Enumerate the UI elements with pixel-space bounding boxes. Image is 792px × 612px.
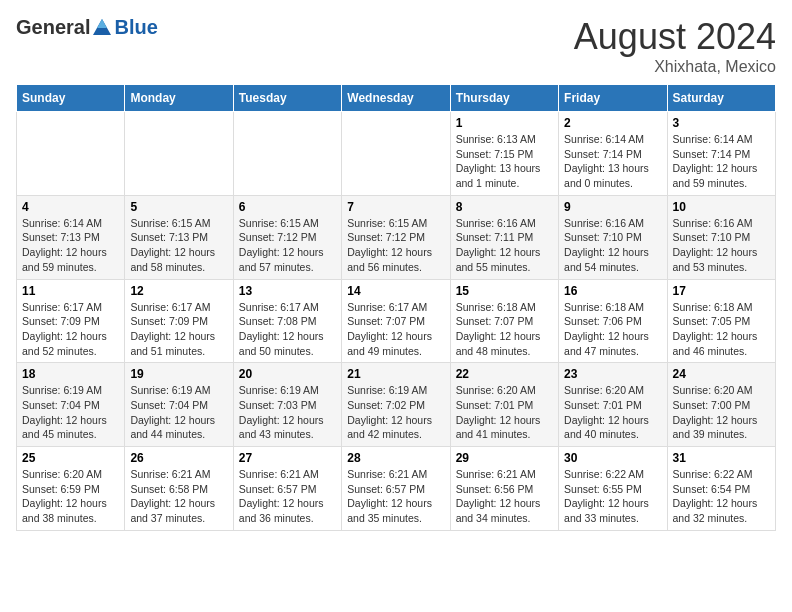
day-info: Sunrise: 6:16 AMSunset: 7:10 PMDaylight:… <box>673 217 758 273</box>
day-number: 29 <box>456 451 553 465</box>
day-info: Sunrise: 6:17 AMSunset: 7:07 PMDaylight:… <box>347 301 432 357</box>
day-number: 28 <box>347 451 444 465</box>
day-number: 19 <box>130 367 227 381</box>
table-row: 7 Sunrise: 6:15 AMSunset: 7:12 PMDayligh… <box>342 195 450 279</box>
location-subtitle: Xhixhata, Mexico <box>574 58 776 76</box>
day-info: Sunrise: 6:16 AMSunset: 7:10 PMDaylight:… <box>564 217 649 273</box>
day-info: Sunrise: 6:14 AMSunset: 7:14 PMDaylight:… <box>673 133 758 189</box>
table-row: 6 Sunrise: 6:15 AMSunset: 7:12 PMDayligh… <box>233 195 341 279</box>
day-number: 6 <box>239 200 336 214</box>
day-info: Sunrise: 6:17 AMSunset: 7:09 PMDaylight:… <box>130 301 215 357</box>
day-info: Sunrise: 6:17 AMSunset: 7:09 PMDaylight:… <box>22 301 107 357</box>
day-number: 26 <box>130 451 227 465</box>
day-number: 3 <box>673 116 770 130</box>
day-info: Sunrise: 6:15 AMSunset: 7:13 PMDaylight:… <box>130 217 215 273</box>
table-row <box>342 112 450 196</box>
day-info: Sunrise: 6:20 AMSunset: 7:01 PMDaylight:… <box>564 384 649 440</box>
col-sunday: Sunday <box>17 85 125 112</box>
table-row: 25 Sunrise: 6:20 AMSunset: 6:59 PMDaylig… <box>17 447 125 531</box>
table-row <box>17 112 125 196</box>
day-info: Sunrise: 6:22 AMSunset: 6:54 PMDaylight:… <box>673 468 758 524</box>
day-number: 23 <box>564 367 661 381</box>
table-row: 9 Sunrise: 6:16 AMSunset: 7:10 PMDayligh… <box>559 195 667 279</box>
day-number: 14 <box>347 284 444 298</box>
day-number: 20 <box>239 367 336 381</box>
day-info: Sunrise: 6:17 AMSunset: 7:08 PMDaylight:… <box>239 301 324 357</box>
day-info: Sunrise: 6:21 AMSunset: 6:57 PMDaylight:… <box>239 468 324 524</box>
table-row: 4 Sunrise: 6:14 AMSunset: 7:13 PMDayligh… <box>17 195 125 279</box>
day-info: Sunrise: 6:19 AMSunset: 7:02 PMDaylight:… <box>347 384 432 440</box>
table-row: 11 Sunrise: 6:17 AMSunset: 7:09 PMDaylig… <box>17 279 125 363</box>
table-row: 5 Sunrise: 6:15 AMSunset: 7:13 PMDayligh… <box>125 195 233 279</box>
col-wednesday: Wednesday <box>342 85 450 112</box>
table-row: 19 Sunrise: 6:19 AMSunset: 7:04 PMDaylig… <box>125 363 233 447</box>
col-friday: Friday <box>559 85 667 112</box>
day-info: Sunrise: 6:21 AMSunset: 6:57 PMDaylight:… <box>347 468 432 524</box>
table-row: 15 Sunrise: 6:18 AMSunset: 7:07 PMDaylig… <box>450 279 558 363</box>
day-info: Sunrise: 6:18 AMSunset: 7:07 PMDaylight:… <box>456 301 541 357</box>
day-info: Sunrise: 6:16 AMSunset: 7:11 PMDaylight:… <box>456 217 541 273</box>
header-row: Sunday Monday Tuesday Wednesday Thursday… <box>17 85 776 112</box>
table-row <box>233 112 341 196</box>
day-info: Sunrise: 6:18 AMSunset: 7:06 PMDaylight:… <box>564 301 649 357</box>
day-number: 17 <box>673 284 770 298</box>
day-info: Sunrise: 6:13 AMSunset: 7:15 PMDaylight:… <box>456 133 541 189</box>
logo-icon <box>91 17 113 39</box>
day-info: Sunrise: 6:15 AMSunset: 7:12 PMDaylight:… <box>347 217 432 273</box>
table-row: 12 Sunrise: 6:17 AMSunset: 7:09 PMDaylig… <box>125 279 233 363</box>
day-info: Sunrise: 6:14 AMSunset: 7:13 PMDaylight:… <box>22 217 107 273</box>
table-row: 26 Sunrise: 6:21 AMSunset: 6:58 PMDaylig… <box>125 447 233 531</box>
table-row: 24 Sunrise: 6:20 AMSunset: 7:00 PMDaylig… <box>667 363 775 447</box>
day-number: 30 <box>564 451 661 465</box>
calendar-week-2: 4 Sunrise: 6:14 AMSunset: 7:13 PMDayligh… <box>17 195 776 279</box>
day-number: 25 <box>22 451 119 465</box>
table-row: 20 Sunrise: 6:19 AMSunset: 7:03 PMDaylig… <box>233 363 341 447</box>
day-number: 24 <box>673 367 770 381</box>
day-number: 10 <box>673 200 770 214</box>
day-number: 4 <box>22 200 119 214</box>
day-info: Sunrise: 6:20 AMSunset: 6:59 PMDaylight:… <box>22 468 107 524</box>
table-row: 1 Sunrise: 6:13 AMSunset: 7:15 PMDayligh… <box>450 112 558 196</box>
day-number: 9 <box>564 200 661 214</box>
table-row <box>125 112 233 196</box>
logo: General Blue <box>16 16 158 39</box>
day-info: Sunrise: 6:19 AMSunset: 7:04 PMDaylight:… <box>22 384 107 440</box>
table-row: 23 Sunrise: 6:20 AMSunset: 7:01 PMDaylig… <box>559 363 667 447</box>
table-row: 27 Sunrise: 6:21 AMSunset: 6:57 PMDaylig… <box>233 447 341 531</box>
month-year-title: August 2024 <box>574 16 776 58</box>
table-row: 21 Sunrise: 6:19 AMSunset: 7:02 PMDaylig… <box>342 363 450 447</box>
day-info: Sunrise: 6:19 AMSunset: 7:03 PMDaylight:… <box>239 384 324 440</box>
day-number: 5 <box>130 200 227 214</box>
day-info: Sunrise: 6:21 AMSunset: 6:58 PMDaylight:… <box>130 468 215 524</box>
logo-text: General Blue <box>16 16 158 39</box>
title-section: August 2024 Xhixhata, Mexico <box>574 16 776 76</box>
day-info: Sunrise: 6:22 AMSunset: 6:55 PMDaylight:… <box>564 468 649 524</box>
calendar-table: Sunday Monday Tuesday Wednesday Thursday… <box>16 84 776 531</box>
day-info: Sunrise: 6:19 AMSunset: 7:04 PMDaylight:… <box>130 384 215 440</box>
day-number: 1 <box>456 116 553 130</box>
table-row: 8 Sunrise: 6:16 AMSunset: 7:11 PMDayligh… <box>450 195 558 279</box>
table-row: 29 Sunrise: 6:21 AMSunset: 6:56 PMDaylig… <box>450 447 558 531</box>
calendar-week-3: 11 Sunrise: 6:17 AMSunset: 7:09 PMDaylig… <box>17 279 776 363</box>
day-number: 22 <box>456 367 553 381</box>
day-number: 18 <box>22 367 119 381</box>
table-row: 30 Sunrise: 6:22 AMSunset: 6:55 PMDaylig… <box>559 447 667 531</box>
day-info: Sunrise: 6:18 AMSunset: 7:05 PMDaylight:… <box>673 301 758 357</box>
col-thursday: Thursday <box>450 85 558 112</box>
day-number: 8 <box>456 200 553 214</box>
table-row: 14 Sunrise: 6:17 AMSunset: 7:07 PMDaylig… <box>342 279 450 363</box>
logo-general: General <box>16 16 90 39</box>
day-number: 15 <box>456 284 553 298</box>
table-row: 13 Sunrise: 6:17 AMSunset: 7:08 PMDaylig… <box>233 279 341 363</box>
day-number: 27 <box>239 451 336 465</box>
table-row: 16 Sunrise: 6:18 AMSunset: 7:06 PMDaylig… <box>559 279 667 363</box>
table-row: 10 Sunrise: 6:16 AMSunset: 7:10 PMDaylig… <box>667 195 775 279</box>
day-number: 16 <box>564 284 661 298</box>
day-info: Sunrise: 6:15 AMSunset: 7:12 PMDaylight:… <box>239 217 324 273</box>
table-row: 18 Sunrise: 6:19 AMSunset: 7:04 PMDaylig… <box>17 363 125 447</box>
day-number: 31 <box>673 451 770 465</box>
table-row: 31 Sunrise: 6:22 AMSunset: 6:54 PMDaylig… <box>667 447 775 531</box>
day-number: 12 <box>130 284 227 298</box>
col-monday: Monday <box>125 85 233 112</box>
col-saturday: Saturday <box>667 85 775 112</box>
